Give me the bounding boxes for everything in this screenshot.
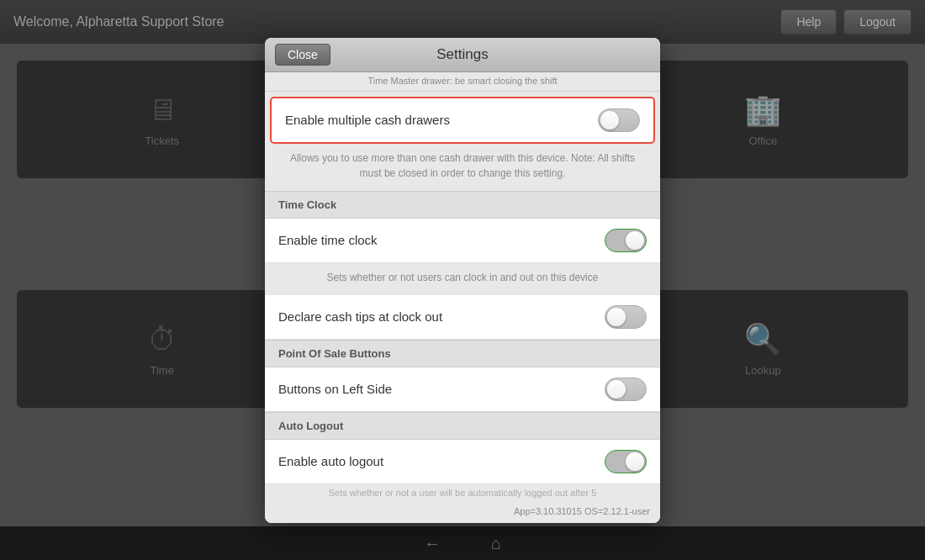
enable-auto-logout-row: Enable auto logout <box>265 440 660 484</box>
buttons-left-side-label: Buttons on Left Side <box>278 382 392 396</box>
declare-cash-tips-label: Declare cash tips at clock out <box>278 309 442 324</box>
settings-modal: Close Settings Time Master drawer: be sm… <box>265 38 660 523</box>
modal-header: Close Settings <box>265 38 660 72</box>
enable-time-clock-label: Enable time clock <box>278 233 378 247</box>
time-clock-section-header: Time Clock <box>265 191 660 219</box>
modal-body[interactable]: Time Master drawer: be smart closing the… <box>265 72 660 523</box>
enable-auto-logout-toggle[interactable] <box>605 450 647 473</box>
declare-cash-tips-toggle[interactable] <box>605 305 647 329</box>
buttons-left-side-row: Buttons on Left Side <box>265 367 660 412</box>
time-clock-desc: Sets whether or not users can clock in a… <box>265 263 660 295</box>
declare-cash-tips-row: Declare cash tips at clock out <box>265 295 660 340</box>
enable-time-clock-toggle[interactable] <box>605 229 647 252</box>
auto-logout-partial-desc: Sets whether or not a user will be autom… <box>265 484 660 501</box>
modal-title: Settings <box>436 46 488 63</box>
cash-drawers-label: Enable multiple cash drawers <box>285 113 450 127</box>
cash-drawers-toggle[interactable] <box>598 108 640 132</box>
pos-buttons-section-header: Point Of Sale Buttons <box>265 340 660 367</box>
close-button[interactable]: Close <box>275 44 330 66</box>
modal-overlay: Close Settings Time Master drawer: be sm… <box>0 0 925 560</box>
auto-logout-section-header: Auto Logout <box>265 412 660 440</box>
version-text: App=3.10.31015 OS=2.12.1-user <box>265 501 660 523</box>
enable-auto-logout-label: Enable auto logout <box>278 454 383 468</box>
cash-drawers-row: Enable multiple cash drawers <box>270 97 655 144</box>
enable-time-clock-row: Enable time clock <box>265 219 660 263</box>
scroll-hint: Time Master drawer: be smart closing the… <box>265 72 660 92</box>
cash-drawers-desc: Allows you to use more than one cash dra… <box>265 144 660 191</box>
buttons-left-side-toggle[interactable] <box>605 378 647 401</box>
